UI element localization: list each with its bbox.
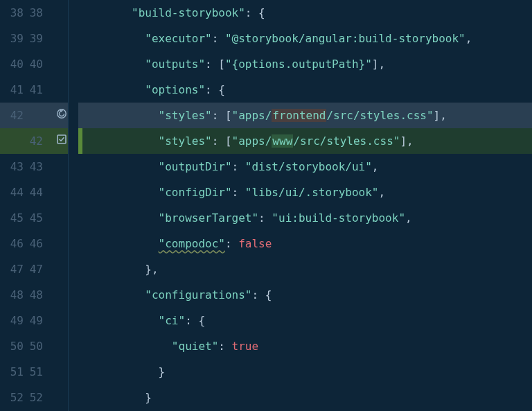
old-line-number: 51 [0,359,26,385]
revert-icon[interactable] [55,107,68,120]
old-line-number: 43 [0,154,26,180]
new-line-number: 52 [26,385,46,410]
old-line-number: 41 [0,77,26,103]
gutter-row: 3838 [0,0,68,26]
code-editor[interactable]: 3838393940404141424243434444454546464747… [0,0,532,411]
gutter-row: 4040 [0,51,68,77]
gutter-row: 5151 [0,359,68,385]
old-line-number: 46 [0,231,26,256]
code-text: "styles": ["apps/www/src/styles.css"], [78,134,414,148]
old-line-number: 44 [0,180,26,205]
code-line[interactable]: "build-storybook": { [78,0,532,26]
code-line[interactable]: "configurations": { [78,282,532,308]
gutter-row: 4949 [0,308,68,333]
new-line-number: 48 [26,282,46,308]
code-text: "configurations": { [78,288,272,301]
old-line-number: 48 [0,282,26,308]
code-text: "browserTarget": "ui:build-storybook", [78,211,412,225]
new-line-number: 38 [26,0,46,26]
code-text: "styles": ["apps/frontend/src/styles.css… [78,109,447,122]
new-line-number: 44 [26,180,46,205]
code-text: "outputDir": "dist/storybook/ui", [78,160,379,173]
code-text: "build-storybook": { [78,6,265,19]
line-gutter: 3838393940404141424243434444454546464747… [0,0,68,411]
new-line-number: 45 [26,205,46,231]
old-line-number: 47 [0,256,26,282]
gutter-row: 4646 [0,231,68,256]
code-content[interactable]: "build-storybook": { "executor": "@story… [68,0,532,411]
code-text: "compodoc": false [78,237,272,250]
code-line[interactable]: "styles": ["apps/www/src/styles.css"], [78,128,532,154]
code-line[interactable]: "executor": "@storybook/angular:build-st… [78,26,532,51]
new-line-number: 50 [26,333,46,359]
new-line-number: 47 [26,256,46,282]
code-line[interactable]: }, [78,256,532,282]
gutter-row: 5252 [0,385,68,410]
new-line-number: 51 [26,359,46,385]
code-line[interactable]: "styles": ["apps/frontend/src/styles.css… [78,103,532,128]
code-line[interactable]: "quiet": true [78,333,532,359]
gutter-row: 3939 [0,26,68,51]
old-line-number: 42 [0,103,26,128]
code-text: } [78,365,165,378]
code-text: "outputs": ["{options.outputPath}"], [78,58,385,71]
code-line[interactable]: "browserTarget": "ui:build-storybook", [78,205,532,231]
new-line-number: 43 [26,154,46,180]
new-line-number: 42 [26,128,46,154]
code-text: "options": { [78,83,225,96]
new-line-number: 46 [26,231,46,256]
gutter-row: 42 [0,103,68,128]
added-marker [78,128,82,154]
gutter-row: 4747 [0,256,68,282]
code-line[interactable]: "configDir": "libs/ui/.storybook", [78,180,532,205]
gutter-row: 5050 [0,333,68,359]
gutter-row: 4545 [0,205,68,231]
gutter-row: 4444 [0,180,68,205]
gutter-row: 4343 [0,154,68,180]
old-line-number: 40 [0,51,26,77]
old-line-number: 52 [0,385,26,410]
code-text: } [78,391,152,404]
new-line-number: 49 [26,308,46,333]
old-line-number: 38 [0,0,26,26]
old-line-number: 45 [0,205,26,231]
code-text: "quiet": true [78,340,258,353]
code-line[interactable]: "outputDir": "dist/storybook/ui", [78,154,532,180]
old-line-number: 39 [0,26,26,51]
code-line[interactable]: "options": { [78,77,532,103]
gutter-row: 4848 [0,282,68,308]
code-line[interactable]: "ci": { [78,308,532,333]
new-line-number: 40 [26,51,46,77]
old-line-number: 50 [0,333,26,359]
code-line[interactable]: } [78,359,532,385]
code-text: "executor": "@storybook/angular:build-st… [78,32,472,45]
code-line[interactable]: "compodoc": false [78,231,532,256]
code-text: "configDir": "libs/ui/.storybook", [78,186,385,199]
code-text: "ci": { [78,314,205,327]
code-text: }, [78,263,159,276]
new-line-number: 39 [26,26,46,51]
code-line[interactable]: "outputs": ["{options.outputPath}"], [78,51,532,77]
code-line[interactable]: } [78,385,532,410]
accept-icon[interactable] [55,133,68,146]
gutter-row: 42 [0,128,68,154]
old-line-number: 49 [0,308,26,333]
new-line-number: 41 [26,77,46,103]
gutter-row: 4141 [0,77,68,103]
